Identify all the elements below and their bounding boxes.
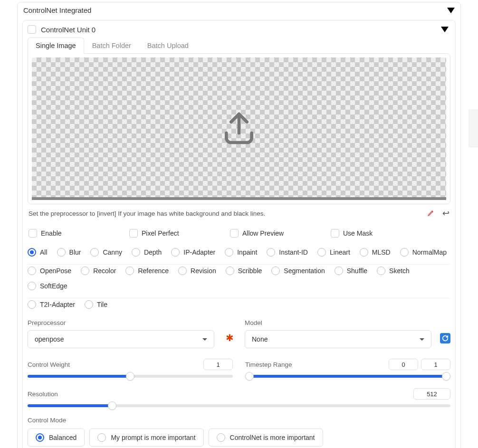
resolution-label: Resolution (28, 391, 58, 398)
slider-thumb[interactable] (108, 401, 116, 410)
control-mode-section: Control Mode Balanced My prompt is more … (28, 417, 450, 447)
controlnet-unit: ControlNet Unit 0 Single Image Batch Fol… (22, 20, 456, 448)
tab-batch-folder[interactable]: Batch Folder (84, 38, 139, 54)
chevron-down-icon (202, 338, 207, 341)
radio-icon (317, 248, 326, 257)
control-type-normalmap[interactable]: NormalMap (400, 248, 447, 257)
model-select[interactable]: None (245, 330, 431, 348)
timestep-high-value[interactable]: 1 (421, 359, 450, 370)
tab-single-image[interactable]: Single Image (28, 38, 84, 54)
slider-thumb[interactable] (126, 372, 134, 381)
chevron-down-icon (420, 338, 424, 341)
resolution-value[interactable]: 512 (413, 388, 450, 400)
control-weight-value[interactable]: 1 (203, 359, 233, 370)
image-dropzone[interactable] (32, 57, 446, 200)
mode-prompt-important[interactable]: My prompt is more important (89, 429, 203, 447)
radio-icon (90, 248, 99, 257)
radio-icon (360, 248, 368, 257)
hint-row: Set the preprocessor to [invert] If your… (29, 208, 449, 219)
slider-thumb-high[interactable] (442, 372, 450, 381)
control-type-revision[interactable]: Revision (178, 267, 216, 275)
panel-header[interactable]: ControlNet Integrated (18, 2, 460, 18)
timestep-low-value[interactable]: 0 (389, 359, 418, 370)
control-type-ip-adapter[interactable]: IP-Adapter (171, 248, 215, 257)
run-preprocessor-button[interactable]: ✱ (223, 332, 236, 348)
preprocessor-label: Preprocessor (28, 319, 214, 326)
control-type-radios: AllBlurCannyDepthIP-AdapterInpaintInstan… (28, 246, 450, 310)
pixel-perfect-checkbox[interactable]: Pixel Perfect (129, 229, 230, 238)
control-mode-label: Control Mode (28, 417, 450, 424)
timestep-label: Timestep Range (245, 361, 292, 368)
radio-icon (28, 267, 36, 275)
control-type-lineart[interactable]: Lineart (317, 248, 350, 257)
control-type-openpose[interactable]: OpenPose (28, 267, 71, 275)
radio-icon (225, 248, 233, 257)
radio-icon (85, 300, 93, 309)
timestep-slider[interactable] (245, 375, 450, 378)
mode-controlnet-important[interactable]: ControlNet is more important (209, 429, 323, 447)
radio-icon (36, 433, 44, 442)
radio-icon (217, 433, 225, 442)
radio-icon (226, 267, 234, 275)
send-back-icon[interactable]: ↩ (442, 208, 449, 219)
checkbox-icon (230, 229, 239, 238)
panel-title: ControlNet Integrated (23, 6, 91, 14)
control-type-depth[interactable]: Depth (132, 248, 162, 257)
preprocessor-select[interactable]: openpose (28, 330, 214, 348)
mode-balanced[interactable]: Balanced (28, 429, 85, 447)
radio-icon (28, 300, 36, 309)
collapse-icon[interactable] (447, 8, 455, 13)
radio-icon (267, 248, 275, 257)
weight-timestep-row: Control Weight 1 Timestep Range 0 1 (28, 359, 450, 378)
unit-collapse-icon[interactable] (441, 27, 449, 32)
tab-content (28, 53, 450, 204)
radio-icon (377, 267, 385, 275)
image-tabs: Single Image Batch Folder Batch Upload (28, 38, 450, 54)
right-rail (468, 109, 478, 147)
feature-checkboxes: Enable Pixel Perfect Allow Preview Use M… (28, 229, 450, 238)
control-type-instant-id[interactable]: Instant-ID (267, 248, 308, 257)
radio-icon (400, 248, 409, 257)
radio-icon (178, 267, 187, 275)
control-type-softedge[interactable]: SoftEdge (28, 282, 67, 290)
control-type-recolor[interactable]: Recolor (81, 267, 116, 275)
unit-title: ControlNet Unit 0 (41, 26, 96, 34)
preprocessor-model-row: Preprocessor openpose ✱ Model None (28, 319, 450, 348)
control-type-t2i-adapter[interactable]: T2I-Adapter (28, 300, 75, 309)
control-type-scribble[interactable]: Scribble (226, 267, 262, 275)
enable-checkbox[interactable]: Enable (29, 229, 129, 238)
tab-batch-upload[interactable]: Batch Upload (139, 38, 197, 54)
control-type-blur[interactable]: Blur (57, 248, 81, 257)
control-type-tile[interactable]: Tile (85, 300, 107, 309)
control-weight-label: Control Weight (28, 361, 70, 368)
radio-icon (28, 282, 36, 290)
control-type-inpaint[interactable]: Inpaint (225, 248, 257, 257)
model-label: Model (245, 319, 431, 326)
radio-icon (171, 248, 180, 257)
resolution-section: Resolution 512 (28, 388, 450, 407)
radio-icon (81, 267, 89, 275)
radio-icon (28, 248, 36, 257)
control-weight-slider[interactable] (28, 375, 233, 378)
radio-icon (335, 267, 343, 275)
slider-thumb-low[interactable] (245, 372, 254, 381)
control-type-canny[interactable]: Canny (90, 248, 122, 257)
unit-header[interactable]: ControlNet Unit 0 (28, 25, 450, 37)
edit-icon[interactable] (427, 209, 435, 218)
control-type-all[interactable]: All (28, 248, 48, 257)
resolution-slider[interactable] (28, 404, 450, 407)
hint-text: Set the preprocessor to [invert] If your… (29, 210, 265, 217)
control-type-shuffle[interactable]: Shuffle (335, 267, 367, 275)
control-type-sketch[interactable]: Sketch (377, 267, 410, 275)
radio-icon (271, 267, 280, 275)
refresh-models-button[interactable] (440, 333, 450, 343)
use-mask-checkbox[interactable]: Use Mask (331, 229, 431, 238)
control-type-reference[interactable]: Reference (125, 267, 169, 275)
checkbox-icon (29, 229, 37, 238)
radio-icon (97, 433, 106, 442)
radio-icon (132, 248, 140, 257)
allow-preview-checkbox[interactable]: Allow Preview (230, 229, 331, 238)
control-type-segmentation[interactable]: Segmentation (271, 267, 325, 275)
control-type-mlsd[interactable]: MLSD (360, 248, 391, 257)
unit-enable-checkbox[interactable] (28, 25, 36, 34)
